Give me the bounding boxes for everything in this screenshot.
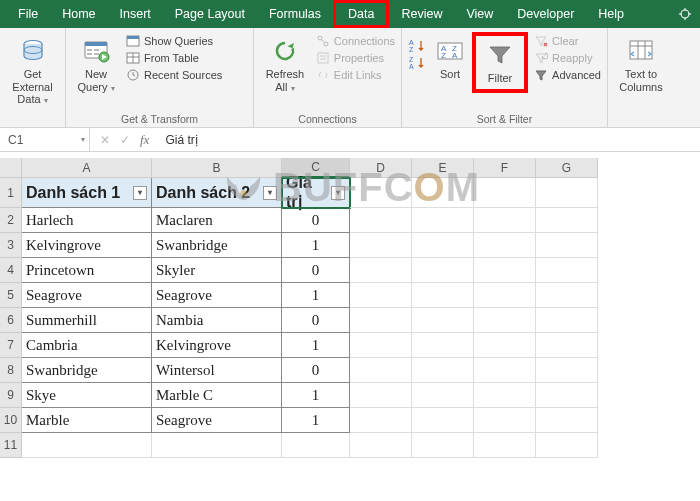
tab-data-highlight[interactable]: Data xyxy=(333,0,389,28)
new-query-button[interactable]: NewQuery ▾ xyxy=(72,32,120,93)
header-A[interactable]: Danh sách 1▾ xyxy=(22,178,152,208)
group-external-label xyxy=(6,123,59,125)
cell-7-A[interactable]: Cambria xyxy=(22,333,152,358)
cell-5-A[interactable]: Seagrove xyxy=(22,283,152,308)
tab-insert[interactable]: Insert xyxy=(108,0,163,28)
cell-4-C[interactable]: 0 xyxy=(282,258,350,283)
tab-view[interactable]: View xyxy=(454,0,505,28)
row-8[interactable]: 8 xyxy=(0,358,22,383)
formula-value[interactable]: Giá trị xyxy=(159,133,197,147)
filter-dropdown-A[interactable]: ▾ xyxy=(133,186,147,200)
edit-links-icon xyxy=(316,68,330,82)
ribbon-tabs: File Home Insert Page Layout Formulas Da… xyxy=(0,0,700,28)
col-F[interactable]: F xyxy=(474,158,536,178)
sort-button[interactable]: AZZA Sort xyxy=(434,32,466,81)
tab-page-layout[interactable]: Page Layout xyxy=(163,0,257,28)
col-A[interactable]: A xyxy=(22,158,152,178)
cell-8-A[interactable]: Swanbridge xyxy=(22,358,152,383)
cell-3-C[interactable]: 1 xyxy=(282,233,350,258)
row-2[interactable]: 2 xyxy=(0,208,22,233)
tab-home[interactable]: Home xyxy=(50,0,107,28)
cell-3-B[interactable]: Swanbridge xyxy=(152,233,282,258)
col-G[interactable]: G xyxy=(536,158,598,178)
show-queries-button[interactable]: Show Queries xyxy=(126,34,222,48)
svg-text:Z: Z xyxy=(441,51,446,60)
text-to-columns-button[interactable]: Text toColumns xyxy=(614,32,668,93)
tab-data[interactable]: Data xyxy=(348,7,374,21)
cell-7-B[interactable]: Kelvingrove xyxy=(152,333,282,358)
row-5[interactable]: 5 xyxy=(0,283,22,308)
row-7[interactable]: 7 xyxy=(0,333,22,358)
row-6[interactable]: 6 xyxy=(0,308,22,333)
svg-rect-23 xyxy=(318,53,328,63)
cell-9-B[interactable]: Marble C xyxy=(152,383,282,408)
cell-9-C[interactable]: 1 xyxy=(282,383,350,408)
cell-4-A[interactable]: Princetown xyxy=(22,258,152,283)
filter-dropdown-B[interactable]: ▾ xyxy=(263,186,277,200)
row-1[interactable]: 1 xyxy=(0,178,22,208)
svg-rect-1 xyxy=(684,8,685,11)
svg-point-21 xyxy=(324,42,328,46)
col-D[interactable]: D xyxy=(350,158,412,178)
cell-4-B[interactable]: Skyler xyxy=(152,258,282,283)
data-rows: 2HarlechMaclaren03KelvingroveSwanbridge1… xyxy=(0,208,700,433)
name-box[interactable]: C1▾ xyxy=(0,128,90,151)
filter-dropdown-C[interactable]: ▾ xyxy=(331,186,345,200)
from-table-button[interactable]: From Table xyxy=(126,51,222,65)
cell-2-A[interactable]: Harlech xyxy=(22,208,152,233)
cell-10-B[interactable]: Seagrove xyxy=(152,408,282,433)
select-all-corner[interactable] xyxy=(0,158,22,178)
cell-6-C[interactable]: 0 xyxy=(282,308,350,333)
tab-developer[interactable]: Developer xyxy=(505,0,586,28)
properties-button: Properties xyxy=(316,51,395,65)
tell-me-icon[interactable] xyxy=(678,7,692,21)
row-4[interactable]: 4 xyxy=(0,258,22,283)
advanced-filter-button[interactable]: Advanced xyxy=(534,68,601,82)
cell-8-C[interactable]: 0 xyxy=(282,358,350,383)
tab-help[interactable]: Help xyxy=(586,0,636,28)
recent-sources-button[interactable]: Recent Sources xyxy=(126,68,222,82)
col-B[interactable]: B xyxy=(152,158,282,178)
edit-links-button: Edit Links xyxy=(316,68,395,82)
svg-rect-2 xyxy=(684,18,685,21)
header-B[interactable]: Danh sách 2▾ xyxy=(152,178,282,208)
sort-asc-icon[interactable]: AZ xyxy=(408,38,428,54)
cell-10-A[interactable]: Marble xyxy=(22,408,152,433)
cell-6-A[interactable]: Summerhill xyxy=(22,308,152,333)
get-external-data-button[interactable]: Get ExternalData ▾ xyxy=(6,32,59,106)
from-table-icon xyxy=(126,51,140,65)
filter-button[interactable]: Filter xyxy=(476,36,524,89)
cell-5-C[interactable]: 1 xyxy=(282,283,350,308)
fx-icon[interactable]: fx xyxy=(140,132,149,148)
name-box-dropdown-icon[interactable]: ▾ xyxy=(81,135,85,144)
svg-rect-3 xyxy=(679,13,682,14)
cell-8-B[interactable]: Wintersol xyxy=(152,358,282,383)
header-C[interactable]: Giá trị▾ xyxy=(282,178,350,208)
reapply-button: Reapply xyxy=(534,51,601,65)
cell-10-C[interactable]: 1 xyxy=(282,408,350,433)
cell-3-A[interactable]: Kelvingrove xyxy=(22,233,152,258)
worksheet-grid[interactable]: A B C D E F G 1 Danh sách 1▾ Danh sách 2… xyxy=(0,158,700,208)
cell-7-C[interactable]: 1 xyxy=(282,333,350,358)
cancel-formula-icon: ✕ xyxy=(100,133,110,147)
cell-5-B[interactable]: Seagrove xyxy=(152,283,282,308)
tab-review[interactable]: Review xyxy=(389,0,454,28)
row-11[interactable]: 11 xyxy=(0,433,22,458)
empty-row: 11 xyxy=(0,433,700,458)
group-sort-filter-label: Sort & Filter xyxy=(408,111,601,125)
cell-2-B[interactable]: Maclaren xyxy=(152,208,282,233)
refresh-all-button[interactable]: RefreshAll ▾ xyxy=(260,32,310,93)
svg-rect-9 xyxy=(87,49,92,51)
refresh-icon xyxy=(270,36,300,66)
cell-6-B[interactable]: Nambia xyxy=(152,308,282,333)
tab-file[interactable]: File xyxy=(6,0,50,28)
tab-formulas[interactable]: Formulas xyxy=(257,0,333,28)
sort-desc-icon[interactable]: ZA xyxy=(408,55,428,71)
new-query-label: NewQuery ▾ xyxy=(77,68,114,93)
cell-9-A[interactable]: Skye xyxy=(22,383,152,408)
cell-2-C[interactable]: 0 xyxy=(282,208,350,233)
row-10[interactable]: 10 xyxy=(0,408,22,433)
row-3[interactable]: 3 xyxy=(0,233,22,258)
row-9[interactable]: 9 xyxy=(0,383,22,408)
col-E[interactable]: E xyxy=(412,158,474,178)
